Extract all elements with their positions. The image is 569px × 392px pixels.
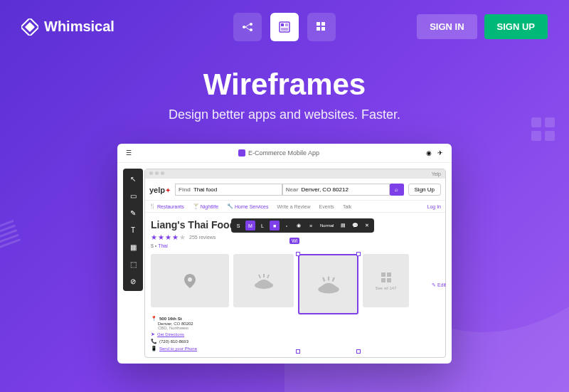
menu-icon[interactable]: ☰ — [126, 149, 132, 157]
pen-tool[interactable]: ✎ — [126, 206, 140, 220]
nav-events[interactable]: Events — [319, 204, 334, 209]
cursor-label: Wi — [289, 238, 299, 244]
size-l[interactable]: L — [257, 221, 267, 231]
resize-handle[interactable] — [356, 252, 361, 256]
star-icon: ★ — [158, 233, 164, 241]
resize-handle[interactable] — [296, 252, 300, 256]
svg-line-24 — [332, 277, 334, 281]
cursor-tool[interactable]: ↖ — [126, 171, 140, 186]
left-toolbar: ↖ ▭ ✎ T ▦ ⬚ ⊘ — [123, 169, 143, 291]
yelp-logo: yelp✦ — [149, 183, 171, 196]
svg-line-5 — [245, 24, 250, 27]
star-icon: ★ — [179, 233, 186, 241]
image-gallery: 📍500 16th St Denver, CO 80202 CBD, North… — [151, 254, 440, 351]
nav-login[interactable]: Log In — [427, 204, 441, 209]
svg-rect-15 — [317, 27, 320, 31]
find-input[interactable]: FindThai food — [175, 184, 282, 196]
phone-icon: 📞 — [151, 339, 157, 344]
food-image-selected[interactable] — [298, 254, 358, 314]
weight-select[interactable]: Normal — [318, 221, 336, 231]
search-icon[interactable]: ⌕ — [390, 184, 404, 196]
svg-rect-8 — [281, 23, 284, 26]
doc-icon — [238, 149, 245, 157]
hero-section: Wireframes Design better apps and websit… — [0, 68, 569, 122]
layer-tool[interactable]: ▤ — [338, 221, 348, 231]
size-s[interactable]: S — [233, 221, 243, 231]
directions-link[interactable]: Get Directions — [157, 332, 184, 337]
svg-line-6 — [245, 27, 250, 30]
share-icon[interactable]: ✈ — [437, 149, 443, 157]
rect-tool[interactable]: ▭ — [126, 189, 140, 203]
nav-wireframes[interactable] — [270, 13, 299, 41]
signin-button[interactable]: SIGN IN — [417, 14, 477, 39]
text-tool[interactable]: ◉ — [294, 221, 304, 231]
brand-icon — [21, 18, 38, 36]
nav-talk[interactable]: Talk — [343, 204, 351, 209]
svg-rect-13 — [317, 22, 320, 26]
svg-rect-25 — [381, 272, 385, 277]
comment-tool[interactable]: 💬 — [350, 221, 360, 231]
food-image-1[interactable] — [233, 254, 294, 307]
nav-sticky[interactable] — [307, 13, 336, 41]
svg-rect-26 — [387, 272, 391, 277]
star-icon: ★ — [151, 233, 157, 241]
image-tool[interactable]: ▦ — [126, 240, 140, 254]
svg-rect-1 — [25, 21, 35, 31]
nav-writereview[interactable]: Write a Review — [277, 204, 311, 209]
nav-nightlife[interactable]: 🍸Nightlife — [193, 203, 218, 209]
nav-homeservices[interactable]: 🔧Home Services — [227, 203, 268, 209]
mobile-icon: 📱 — [151, 346, 157, 351]
canvas-title-text: E-Commerce Mobile App — [248, 149, 319, 157]
directions-icon: ➤ — [151, 332, 155, 337]
resize-handle[interactable] — [296, 349, 300, 354]
link-tool[interactable]: ⊘ — [126, 274, 140, 288]
resize-handle[interactable] — [356, 349, 361, 354]
wf-content: Liang's Thai Food ✓ Claimed ★★★★★ 255 re… — [145, 213, 445, 357]
close-toolbar[interactable]: ✕ — [362, 221, 372, 231]
business-name: Liang's Thai Food — [151, 219, 235, 231]
search-bar: FindThai food NearDenver, CO 80212 ⌕ — [175, 184, 404, 196]
svg-point-3 — [250, 23, 252, 26]
svg-rect-28 — [387, 278, 391, 282]
edit-link[interactable]: ✎ Edit — [432, 282, 446, 288]
demo-canvas: ☰ E-Commerce Mobile App ◉ ✈ ↖ ▭ ✎ T ▦ ⬚ … — [117, 144, 452, 364]
nav-flowchart[interactable] — [233, 13, 262, 41]
button-tool[interactable]: ⬚ — [126, 257, 140, 271]
user-icon[interactable]: ◉ — [426, 149, 432, 157]
svg-rect-14 — [321, 22, 325, 26]
canvas-body[interactable]: ↖ ▭ ✎ T ▦ ⬚ ⊘ Yelp yelp✦ FindThai food N… — [117, 163, 452, 364]
brand-logo[interactable]: Whimsical — [21, 18, 115, 36]
business-meta: $ • Thai — [151, 243, 440, 248]
svg-line-22 — [323, 277, 324, 281]
see-all-tile[interactable]: See all 147 — [363, 254, 409, 307]
canvas-actions: ◉ ✈ — [426, 149, 443, 157]
wf-header: yelp✦ FindThai food NearDenver, CO 80212… — [145, 179, 445, 201]
map-placeholder[interactable] — [151, 254, 229, 307]
fill-tool[interactable]: ■ — [270, 221, 280, 231]
review-count: 255 reviews — [189, 235, 216, 240]
svg-rect-16 — [321, 27, 325, 31]
site-header: Whimsical SIGN IN SIGN UP — [0, 0, 569, 53]
border-tool[interactable]: ▫ — [282, 221, 292, 231]
size-m[interactable]: M — [245, 221, 255, 231]
canvas-header: ☰ E-Commerce Mobile App ◉ ✈ — [117, 144, 452, 163]
wf-signup-button[interactable]: Sign Up — [408, 184, 441, 196]
nav-center — [233, 13, 336, 41]
brand-name: Whimsical — [44, 18, 115, 35]
hero-subtitle: Design better apps and websites. Faster. — [0, 107, 569, 122]
svg-line-20 — [267, 275, 269, 278]
context-toolbar[interactable]: S M L ■ ▫ ◉ ≡ Normal ▤ 💬 ✕ — [231, 218, 374, 233]
pin-icon: 📍 — [151, 316, 157, 322]
svg-line-18 — [259, 275, 260, 278]
align-tool[interactable]: ≡ — [306, 221, 316, 231]
signup-button[interactable]: SIGN UP — [484, 14, 548, 39]
auth-buttons: SIGN IN SIGN UP — [417, 14, 548, 39]
nav-restaurants[interactable]: 🍴Restaurants — [149, 203, 184, 209]
near-input[interactable]: NearDenver, CO 80212 — [282, 184, 390, 196]
text-tool[interactable]: T — [126, 223, 140, 237]
star-icon: ★ — [172, 233, 179, 241]
wireframe-frame[interactable]: Yelp yelp✦ FindThai food NearDenver, CO … — [144, 169, 446, 358]
send-phone-link[interactable]: Send to your Phone — [159, 346, 197, 351]
hero-title: Wireframes — [0, 68, 569, 102]
svg-rect-27 — [381, 278, 385, 282]
